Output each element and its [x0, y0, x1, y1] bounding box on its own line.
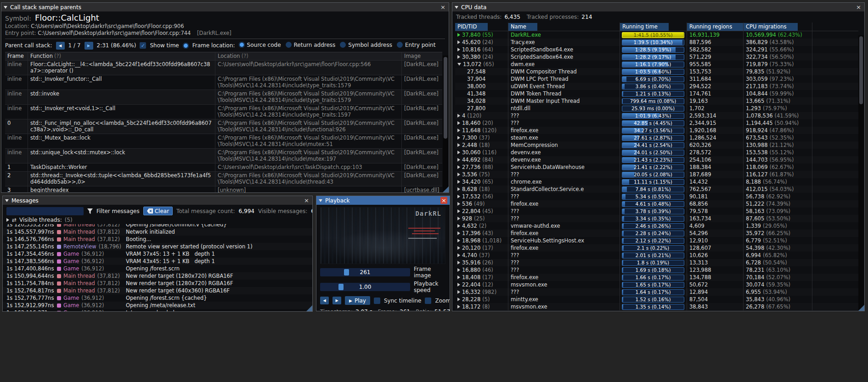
message-row[interactable]: 1s 147,383,566nsGame(36,912)VRAM 43x45: …: [3, 258, 312, 265]
callstack-row[interactable]: 2std::thread::_Invoke<std::tuple<<lambda…: [5, 172, 442, 186]
cpu-row[interactable]: 30,060(116)devenv.exe24.01 s (2.50%)278,…: [455, 149, 858, 156]
callstack-row[interactable]: inlineFloor::CalcLight::__l4::<lambda_5b…: [5, 61, 442, 75]
radio-icon[interactable]: [397, 42, 403, 48]
cpu-row[interactable]: 4,740(37)???2.01 s (0.21%)10,6266,994(65…: [455, 252, 858, 259]
expand-caret-icon[interactable]: [457, 298, 460, 301]
radio-icon[interactable]: [286, 42, 292, 48]
message-row[interactable]: 1s 120,335,272nsMain thread(37,812)Openi…: [3, 224, 312, 228]
column-header[interactable]: Image: [402, 52, 442, 60]
expand-caret-icon[interactable]: [457, 129, 460, 132]
cpu-row[interactable]: 45,620(24)Tracy.exe1:39.5 (10.34%)887,59…: [455, 39, 858, 46]
message-row[interactable]: 1s 152,776,777nsGame(36,912)Opening /for…: [3, 294, 312, 302]
expand-caret-icon[interactable]: [457, 217, 460, 220]
cpu-row[interactable]: 34,028DWM Master Input Thread799.64 ms (…: [455, 97, 858, 105]
expand-caret-icon[interactable]: [457, 202, 460, 206]
expand-caret-icon[interactable]: [457, 121, 460, 125]
cpu-row[interactable]: 10,816(64)ScriptedSandbox64.exe1:28.5 (9…: [455, 46, 858, 53]
resize-grip[interactable]: [306, 305, 312, 311]
callstack-titlebar[interactable]: Call stack sample parents ×: [1, 3, 449, 11]
cpu-row[interactable]: 18,460(20)???42.85 s (4.45%)2,344,9151,1…: [455, 119, 858, 127]
column-header[interactable]: Function(?): [28, 52, 215, 60]
cpu-row[interactable]: 4(120)???1:01.9 (6.43%)2,593,3141,078,53…: [455, 112, 858, 119]
show-time-checkbox[interactable]: ✓: [140, 42, 146, 49]
callstack-row[interactable]: 3beginthreadex[unknown][ucrtbase.dll]: [5, 186, 442, 192]
expand-caret-icon[interactable]: [457, 253, 460, 257]
expand-caret-icon[interactable]: [457, 195, 460, 198]
column-header[interactable]: Frame: [5, 52, 28, 60]
close-icon[interactable]: ×: [855, 4, 862, 11]
message-row[interactable]: 1s 147,400,846nsGame(36,912)Opening /for…: [3, 265, 312, 272]
cpu-row[interactable]: 536(49)firefox.exe4.61 s (0.48%)68,85651…: [455, 200, 858, 208]
cpu-row[interactable]: 7,300(37)steam.exe27.61 s (2.87%)1,286,5…: [455, 134, 858, 141]
expand-caret-icon[interactable]: [457, 143, 460, 147]
expand-caret-icon[interactable]: [457, 136, 460, 140]
callstack-row[interactable]: 1TaskDispatch::WorkerC:\Users\wolf\Deskt…: [5, 163, 442, 172]
expand-caret-icon[interactable]: [457, 173, 460, 176]
radio-icon[interactable]: [340, 42, 346, 48]
expand-caret-icon[interactable]: [457, 165, 460, 169]
collapse-arrow-icon[interactable]: [4, 6, 7, 9]
cpu-scrollbar[interactable]: [858, 35, 864, 310]
radio-icon[interactable]: [239, 42, 245, 48]
cpu-row[interactable]: 16,332(982)???1.64 s (0.17%)12,8946,955(…: [455, 288, 858, 296]
message-row[interactable]: 1s 150,994,644nsMain thread(37,812)New r…: [3, 272, 312, 280]
resize-grip[interactable]: [443, 186, 449, 192]
next-frame-button[interactable]: ▶: [333, 297, 341, 304]
message-row[interactable]: 1s 151,754,784nsMain thread(37,812)New r…: [3, 280, 312, 287]
filter-input[interactable]: [6, 207, 84, 215]
frame-slider[interactable]: 261: [320, 268, 410, 276]
scrollbar-thumb[interactable]: [444, 57, 447, 139]
message-row[interactable]: 1s 163,116,371nsGame(36,912)Intro menu l…: [3, 309, 312, 311]
callstack-row[interactable]: 0std::_Func_impl_no_alloc<<lambda_5bc224…: [5, 119, 442, 134]
expand-caret-icon[interactable]: [457, 224, 460, 228]
expand-caret-icon[interactable]: [457, 114, 460, 118]
close-icon[interactable]: ×: [303, 197, 310, 204]
shuffle-icon[interactable]: ⇄: [12, 217, 17, 223]
cpu-titlebar[interactable]: CPU data ×: [452, 3, 864, 11]
next-parent-button[interactable]: ▶: [85, 42, 93, 50]
cpu-row[interactable]: 20,120(17)firefox.exe2.1 s (0.22%)128,60…: [455, 244, 858, 252]
frame-location-option[interactable]: Entry point: [397, 42, 435, 48]
cpu-row[interactable]: 18,172(8)msvsmon.exe1.35 s (0.14%)38,843…: [455, 303, 858, 310]
cpu-column-header[interactable]: Running time: [620, 22, 687, 31]
cpu-row[interactable]: 37,904DWM LPC Port Thread6.69 s (0.70%)3…: [455, 75, 858, 83]
column-header[interactable]: Location(?): [215, 52, 402, 60]
expand-caret-icon[interactable]: [457, 246, 460, 250]
message-row[interactable]: 1s 152,912,997nsGame(36,912)Opening /met…: [3, 302, 312, 309]
cpu-row[interactable]: 41,348DWM Token Thread1.21 s (0.13%)174,…: [455, 90, 858, 97]
expand-caret-icon[interactable]: [457, 33, 460, 37]
frame-location-option[interactable]: Source code: [239, 42, 281, 48]
cpu-column-header[interactable]: Name: [508, 22, 620, 31]
expand-caret-icon[interactable]: [457, 283, 460, 286]
expand-caret-icon[interactable]: [457, 261, 460, 264]
cpu-row[interactable]: 18,968(1,018)ServiceHub.SettingsHost.ex2…: [455, 237, 858, 244]
expand-caret-icon[interactable]: [457, 290, 460, 294]
expand-caret-icon[interactable]: [457, 305, 460, 309]
cpu-row[interactable]: 928(25)???3.34 s (0.35%)163,73487,605(53…: [455, 215, 858, 222]
clear-button[interactable]: Clear: [143, 207, 173, 215]
collapse-arrow-icon[interactable]: [455, 6, 458, 9]
close-icon[interactable]: ×: [440, 197, 447, 204]
cpu-row[interactable]: 38,000uDWM Event Thread3.86 s (0.40%)294…: [455, 83, 858, 90]
cpu-row[interactable]: 44,692(84)devenv.exe21.43 s (2.23%)254,1…: [455, 156, 858, 163]
speed-slider[interactable]: 1.00: [320, 283, 410, 291]
prev-parent-button[interactable]: ◀: [56, 42, 65, 50]
message-row[interactable]: 1s 147,255,145nsRemoteView(18,796)Remote…: [3, 243, 312, 250]
message-row[interactable]: 1s 147,354,456nsGame(36,912)VRAM 37x45: …: [3, 250, 312, 258]
cpu-row[interactable]: 16,880(46)???1.69 s (0.18%)123,98878,231…: [455, 266, 858, 274]
callstack-scrollbar[interactable]: [443, 56, 448, 192]
cpu-row[interactable]: 35,916(26)???1.8 s (0.19%)13,3136,728(50…: [455, 259, 858, 266]
expand-caret-icon[interactable]: [457, 55, 460, 59]
cpu-row[interactable]: 8,628(18)StandardCollector.Service.e7.84…: [455, 185, 858, 193]
close-icon[interactable]: ×: [440, 4, 446, 11]
frame-location-option[interactable]: Return address: [286, 42, 336, 48]
prev-frame-button[interactable]: ◀: [320, 297, 329, 304]
message-row[interactable]: 1s 145,557,997nsMain thread(37,812)Netwo…: [3, 228, 312, 236]
expand-caret-icon[interactable]: [6, 218, 9, 222]
collapse-caret-icon[interactable]: [457, 63, 461, 66]
zoom-checkbox[interactable]: ✓: [425, 298, 431, 304]
cpu-row[interactable]: 27,800ntdll.dll25.93 ms (0.00%)1,7021,29…: [455, 105, 858, 112]
cpu-row[interactable]: 13,072(65)dwm.exe1:16.1 (7.90%)955,58571…: [455, 61, 858, 68]
cpu-row[interactable]: 11,648(120)firefox.exe34.27 s (3.56%)1,9…: [455, 127, 858, 134]
expand-caret-icon[interactable]: [457, 209, 460, 213]
